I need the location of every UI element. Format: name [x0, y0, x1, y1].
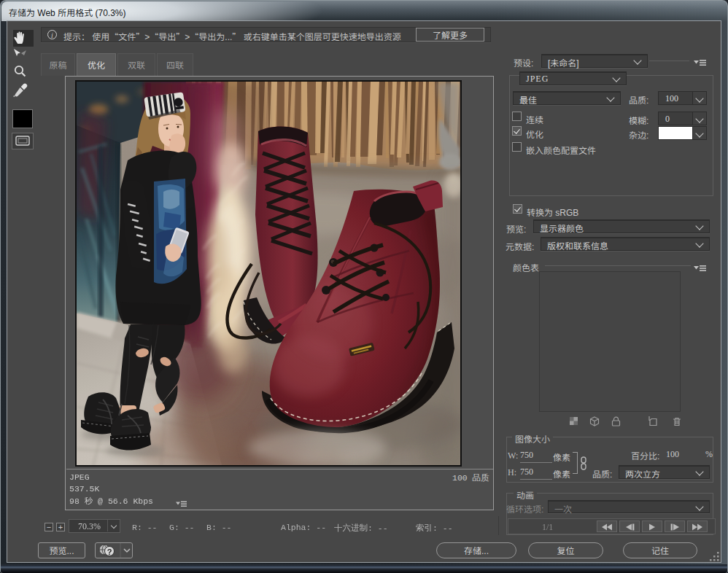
- svg-text:?: ?: [107, 547, 112, 556]
